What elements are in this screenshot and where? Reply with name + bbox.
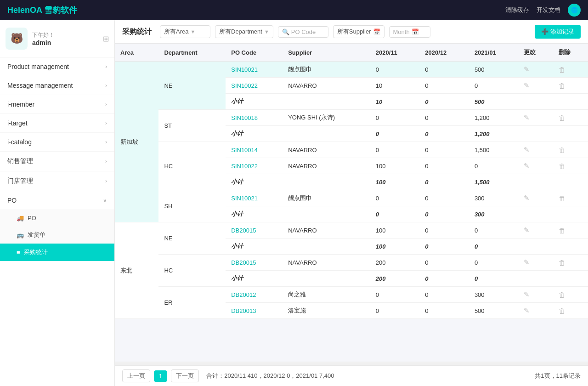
edit-button[interactable]: ✎ [524, 114, 530, 121]
chevron-down-icon: ▼ [190, 29, 195, 34]
clear-cache-link[interactable]: 清除缓存 [505, 6, 529, 14]
cell-2021-01: 500 [469, 62, 519, 78]
cell-po-code: 小计 [226, 94, 283, 110]
cell-2020-11: 10 [370, 94, 420, 110]
sidebar-item-label: 销售管理 [7, 157, 33, 165]
delete-button[interactable]: 🗑 [559, 307, 565, 315]
sidebar-user: 🐻 下午好！ admin ⊞ [0, 20, 114, 57]
edit-button[interactable]: ✎ [524, 81, 530, 89]
po-code-placeholder: PO Code [291, 28, 316, 35]
delete-button[interactable]: 🗑 [559, 162, 565, 170]
cell-delete [553, 174, 588, 190]
edit-button[interactable]: ✎ [524, 146, 530, 153]
table-header-row: Area Department PO Code Supplier 2020/11… [115, 44, 588, 62]
cell-supplier: 洛宝施 [283, 303, 370, 319]
col-2020-12: 2020/12 [419, 44, 469, 62]
cell-edit: ✎ [518, 190, 553, 206]
cell-2021-01: 0 [469, 222, 519, 238]
cell-2020-11: 0 [370, 303, 420, 319]
cell-po-code: DB20015 [226, 222, 283, 238]
delete-button[interactable]: 🗑 [559, 259, 565, 267]
sidebar-item-po[interactable]: PO ∨ [0, 191, 114, 210]
delete-button[interactable]: 🗑 [559, 114, 565, 122]
sidebar-item-sales[interactable]: 销售管理 › [0, 152, 114, 171]
supplier-filter[interactable]: 所有Supplier 📅 [333, 25, 384, 38]
edit-button[interactable]: ✎ [524, 258, 530, 266]
cell-po-code: 小计 [226, 174, 283, 190]
edit-button[interactable]: ✎ [524, 65, 530, 73]
cell-2020-12: 0 [419, 190, 469, 206]
cell-supplier [283, 238, 370, 255]
current-page-button[interactable]: 1 [154, 370, 167, 382]
cell-2020-11: 200 [370, 271, 420, 287]
sidebar-item-product[interactable]: Product management › [0, 57, 114, 76]
cell-2020-11: 0 [370, 287, 420, 303]
cell-2021-01: 0 [469, 271, 519, 287]
cell-department: SH [158, 190, 226, 222]
delete-button[interactable]: 🗑 [559, 194, 565, 202]
sidebar-item-message[interactable]: Message management › [0, 76, 114, 95]
cell-delete: 🗑 [553, 78, 588, 94]
cell-2020-12: 0 [419, 174, 469, 190]
sidebar-item-po-list[interactable]: 🚚 PO [0, 210, 114, 226]
month-filter[interactable]: Month 📅 [389, 26, 430, 38]
sidebar-item-delivery[interactable]: 🚌 发货单 [0, 226, 114, 244]
cell-delete: 🗑 [553, 287, 588, 303]
sidebar-collapse-button[interactable]: ⊞ [103, 34, 109, 43]
pagination: 上一页 1 下一页 合计：2020/11 410，2020/12 0，2021/… [115, 365, 588, 386]
horizontal-scrollbar[interactable] [115, 362, 588, 365]
sidebar-item-catalog[interactable]: i-catalog › [0, 133, 114, 152]
cell-delete: 🗑 [553, 255, 588, 271]
department-filter[interactable]: 所有Department ▼ [215, 25, 273, 38]
cell-2020-12: 0 [419, 94, 469, 110]
delete-button[interactable]: 🗑 [559, 82, 565, 90]
toolbar: 采购统计 所有Area ▼ 所有Department ▼ 🔍 PO Code 所… [115, 20, 588, 44]
cell-2020-11: 0 [370, 126, 420, 142]
cell-2021-01: 1,500 [469, 142, 519, 158]
cell-2020-11: 100 [370, 238, 420, 255]
username: admin [32, 39, 54, 46]
cell-edit: ✎ [518, 158, 553, 174]
edit-button[interactable]: ✎ [524, 162, 530, 170]
cell-edit: ✎ [518, 287, 553, 303]
next-page-button[interactable]: 下一页 [171, 369, 199, 382]
edit-button[interactable]: ✎ [524, 307, 530, 314]
cell-2020-12: 0 [419, 255, 469, 271]
edit-button[interactable]: ✎ [524, 290, 530, 298]
sidebar-item-store[interactable]: 门店管理 › [0, 171, 114, 191]
topbar-right: 清除缓存 开发文档 🌐 [505, 4, 581, 17]
cell-2021-01: 300 [469, 206, 519, 222]
chevron-right-icon: › [105, 63, 107, 70]
prev-page-button[interactable]: 上一页 [122, 369, 150, 382]
cell-supplier [283, 126, 370, 142]
delete-button[interactable]: 🗑 [559, 66, 565, 74]
calendar-icon: 📅 [412, 28, 419, 35]
cell-2020-12: 0 [419, 126, 469, 142]
cell-2020-11: 0 [370, 110, 420, 126]
cell-supplier: 靓点围巾 [283, 62, 370, 78]
dev-docs-link[interactable]: 开发文档 [537, 6, 560, 14]
purchase-stats-table: Area Department PO Code Supplier 2020/11… [115, 44, 588, 319]
cell-po-code: DB20015 [226, 255, 283, 271]
area-filter[interactable]: 所有Area ▼ [160, 25, 210, 38]
po-code-filter[interactable]: 🔍 PO Code [278, 26, 328, 38]
edit-button[interactable]: ✎ [524, 194, 530, 202]
sidebar-item-member[interactable]: i-member › [0, 95, 114, 114]
delete-button[interactable]: 🗑 [559, 291, 565, 299]
cell-supplier: 靓点围巾 [283, 190, 370, 206]
delete-button[interactable]: 🗑 [559, 146, 565, 154]
cell-2021-01: 300 [469, 287, 519, 303]
delete-button[interactable]: 🗑 [559, 227, 565, 234]
sidebar-item-purchase-stats[interactable]: ≡ 采购统计 [0, 244, 114, 261]
cell-delete [553, 126, 588, 142]
edit-button[interactable]: ✎ [524, 226, 530, 234]
sidebar-item-target[interactable]: i-target › [0, 114, 114, 133]
bus-icon: 🚌 [17, 232, 24, 238]
add-record-button[interactable]: ➕ 添加记录 [535, 25, 581, 39]
cell-department: ST [158, 110, 226, 142]
cell-2021-01: 0 [469, 255, 519, 271]
app-logo: HelenOA 雪豹软件 [7, 5, 77, 16]
page-title: 采购统计 [122, 27, 152, 37]
cell-po-code: SIN10021 [226, 190, 283, 206]
sidebar-item-label: i-member [7, 101, 34, 108]
